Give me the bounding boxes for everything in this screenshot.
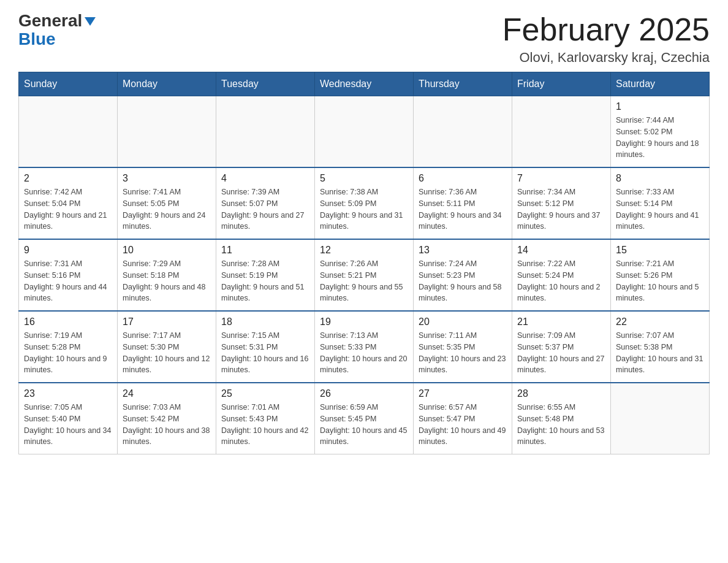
- calendar-day-cell: [611, 383, 710, 454]
- calendar-day-cell: 13Sunrise: 7:24 AMSunset: 5:23 PMDayligh…: [414, 239, 512, 311]
- day-number: 10: [123, 245, 211, 256]
- calendar-day-cell: 20Sunrise: 7:11 AMSunset: 5:35 PMDayligh…: [414, 311, 512, 383]
- calendar-day-header: Monday: [118, 72, 216, 96]
- day-number: 22: [616, 316, 704, 327]
- day-number: 26: [320, 388, 408, 399]
- logo-arrow-icon: [83, 15, 97, 28]
- day-info: Sunrise: 7:17 AMSunset: 5:30 PMDaylight:…: [123, 330, 211, 376]
- day-number: 6: [419, 173, 507, 184]
- calendar-day-header: Friday: [512, 72, 611, 96]
- day-number: 14: [517, 245, 605, 256]
- day-info: Sunrise: 7:42 AMSunset: 5:04 PMDaylight:…: [24, 186, 112, 232]
- calendar-day-cell: 14Sunrise: 7:22 AMSunset: 5:24 PMDayligh…: [512, 239, 611, 311]
- calendar-day-header: Saturday: [611, 72, 710, 96]
- day-info: Sunrise: 7:11 AMSunset: 5:35 PMDaylight:…: [419, 330, 507, 376]
- calendar-day-cell: 9Sunrise: 7:31 AMSunset: 5:16 PMDaylight…: [19, 239, 118, 311]
- day-info: Sunrise: 7:19 AMSunset: 5:28 PMDaylight:…: [24, 330, 112, 376]
- day-info: Sunrise: 7:33 AMSunset: 5:14 PMDaylight:…: [616, 186, 704, 232]
- day-number: 11: [221, 245, 309, 256]
- day-info: Sunrise: 7:24 AMSunset: 5:23 PMDaylight:…: [419, 258, 507, 304]
- calendar-day-cell: 4Sunrise: 7:39 AMSunset: 5:07 PMDaylight…: [216, 167, 315, 239]
- day-number: 16: [24, 316, 112, 327]
- calendar-day-cell: 26Sunrise: 6:59 AMSunset: 5:45 PMDayligh…: [315, 383, 414, 454]
- calendar-day-cell: [118, 96, 216, 168]
- calendar-day-cell: [414, 96, 512, 168]
- day-number: 1: [616, 101, 704, 112]
- day-info: Sunrise: 7:22 AMSunset: 5:24 PMDaylight:…: [517, 258, 605, 304]
- calendar-day-cell: 16Sunrise: 7:19 AMSunset: 5:28 PMDayligh…: [19, 311, 118, 383]
- calendar-day-cell: [512, 96, 611, 168]
- calendar-header-row: SundayMondayTuesdayWednesdayThursdayFrid…: [19, 72, 710, 96]
- day-info: Sunrise: 7:39 AMSunset: 5:07 PMDaylight:…: [221, 186, 309, 232]
- day-info: Sunrise: 7:09 AMSunset: 5:37 PMDaylight:…: [517, 330, 605, 376]
- calendar-day-cell: 21Sunrise: 7:09 AMSunset: 5:37 PMDayligh…: [512, 311, 611, 383]
- day-info: Sunrise: 6:57 AMSunset: 5:47 PMDaylight:…: [419, 402, 507, 448]
- calendar-day-header: Sunday: [19, 72, 118, 96]
- day-number: 18: [221, 316, 309, 327]
- calendar-day-cell: 2Sunrise: 7:42 AMSunset: 5:04 PMDaylight…: [19, 167, 118, 239]
- calendar-day-cell: 6Sunrise: 7:36 AMSunset: 5:11 PMDaylight…: [414, 167, 512, 239]
- day-info: Sunrise: 7:28 AMSunset: 5:19 PMDaylight:…: [221, 258, 309, 304]
- logo: General Blue: [18, 12, 97, 49]
- calendar-day-cell: 12Sunrise: 7:26 AMSunset: 5:21 PMDayligh…: [315, 239, 414, 311]
- day-number: 3: [123, 173, 211, 184]
- day-number: 5: [320, 173, 408, 184]
- logo-general: General: [18, 12, 82, 29]
- calendar-day-cell: 7Sunrise: 7:34 AMSunset: 5:12 PMDaylight…: [512, 167, 611, 239]
- calendar-day-cell: [315, 96, 414, 168]
- day-info: Sunrise: 7:44 AMSunset: 5:02 PMDaylight:…: [616, 115, 704, 161]
- day-number: 15: [616, 245, 704, 256]
- day-info: Sunrise: 7:29 AMSunset: 5:18 PMDaylight:…: [123, 258, 211, 304]
- day-info: Sunrise: 7:26 AMSunset: 5:21 PMDaylight:…: [320, 258, 408, 304]
- calendar-day-cell: 27Sunrise: 6:57 AMSunset: 5:47 PMDayligh…: [414, 383, 512, 454]
- calendar-day-cell: 10Sunrise: 7:29 AMSunset: 5:18 PMDayligh…: [118, 239, 216, 311]
- day-info: Sunrise: 7:13 AMSunset: 5:33 PMDaylight:…: [320, 330, 408, 376]
- day-number: 4: [221, 173, 309, 184]
- calendar-day-cell: [19, 96, 118, 168]
- title-block: February 2025 Olovi, Karlovarsky kraj, C…: [502, 12, 710, 66]
- day-number: 17: [123, 316, 211, 327]
- calendar-day-cell: 1Sunrise: 7:44 AMSunset: 5:02 PMDaylight…: [611, 96, 710, 168]
- calendar-day-cell: 24Sunrise: 7:03 AMSunset: 5:42 PMDayligh…: [118, 383, 216, 454]
- calendar-week-row: 23Sunrise: 7:05 AMSunset: 5:40 PMDayligh…: [19, 383, 710, 454]
- day-number: 9: [24, 245, 112, 256]
- day-info: Sunrise: 7:31 AMSunset: 5:16 PMDaylight:…: [24, 258, 112, 304]
- day-info: Sunrise: 7:01 AMSunset: 5:43 PMDaylight:…: [221, 402, 309, 448]
- day-number: 24: [123, 388, 211, 399]
- page-header: General Blue February 2025 Olovi, Karlov…: [18, 12, 710, 66]
- calendar-week-row: 9Sunrise: 7:31 AMSunset: 5:16 PMDaylight…: [19, 239, 710, 311]
- day-number: 7: [517, 173, 605, 184]
- calendar-day-cell: [216, 96, 315, 168]
- calendar-day-cell: 11Sunrise: 7:28 AMSunset: 5:19 PMDayligh…: [216, 239, 315, 311]
- calendar-day-cell: 23Sunrise: 7:05 AMSunset: 5:40 PMDayligh…: [19, 383, 118, 454]
- day-number: 19: [320, 316, 408, 327]
- day-info: Sunrise: 7:15 AMSunset: 5:31 PMDaylight:…: [221, 330, 309, 376]
- day-info: Sunrise: 7:36 AMSunset: 5:11 PMDaylight:…: [419, 186, 507, 232]
- day-number: 13: [419, 245, 507, 256]
- day-info: Sunrise: 6:59 AMSunset: 5:45 PMDaylight:…: [320, 402, 408, 448]
- day-info: Sunrise: 7:07 AMSunset: 5:38 PMDaylight:…: [616, 330, 704, 376]
- day-info: Sunrise: 7:34 AMSunset: 5:12 PMDaylight:…: [517, 186, 605, 232]
- day-number: 23: [24, 388, 112, 399]
- day-number: 21: [517, 316, 605, 327]
- calendar-day-header: Tuesday: [216, 72, 315, 96]
- calendar-day-cell: 5Sunrise: 7:38 AMSunset: 5:09 PMDaylight…: [315, 167, 414, 239]
- day-number: 2: [24, 173, 112, 184]
- calendar-day-cell: 28Sunrise: 6:55 AMSunset: 5:48 PMDayligh…: [512, 383, 611, 454]
- day-info: Sunrise: 7:03 AMSunset: 5:42 PMDaylight:…: [123, 402, 211, 448]
- logo-blue: Blue: [18, 29, 56, 48]
- calendar-day-header: Thursday: [414, 72, 512, 96]
- calendar-table: SundayMondayTuesdayWednesdayThursdayFrid…: [18, 72, 710, 454]
- day-number: 20: [419, 316, 507, 327]
- day-number: 28: [517, 388, 605, 399]
- day-info: Sunrise: 7:38 AMSunset: 5:09 PMDaylight:…: [320, 186, 408, 232]
- day-number: 27: [419, 388, 507, 399]
- calendar-day-cell: 19Sunrise: 7:13 AMSunset: 5:33 PMDayligh…: [315, 311, 414, 383]
- calendar-day-cell: 15Sunrise: 7:21 AMSunset: 5:26 PMDayligh…: [611, 239, 710, 311]
- location: Olovi, Karlovarsky kraj, Czechia: [502, 50, 710, 66]
- day-info: Sunrise: 7:41 AMSunset: 5:05 PMDaylight:…: [123, 186, 211, 232]
- day-number: 12: [320, 245, 408, 256]
- day-number: 8: [616, 173, 704, 184]
- calendar-day-cell: 8Sunrise: 7:33 AMSunset: 5:14 PMDaylight…: [611, 167, 710, 239]
- calendar-day-cell: 22Sunrise: 7:07 AMSunset: 5:38 PMDayligh…: [611, 311, 710, 383]
